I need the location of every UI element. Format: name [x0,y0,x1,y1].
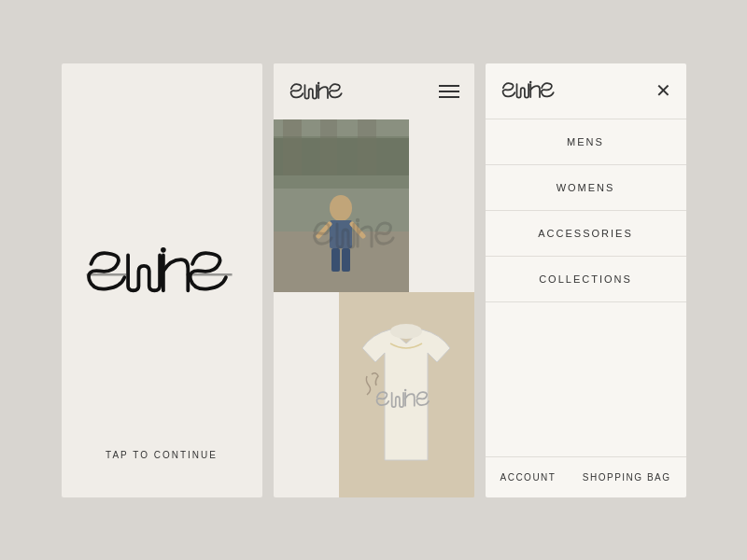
tap-to-continue-label: TAP TO CONTINUE [106,450,218,460]
menu-item-womens[interactable]: WOMENS [486,165,686,211]
tshirt-image[interactable] [339,292,474,497]
svg-point-16 [355,217,359,221]
svg-point-0 [161,246,166,252]
svg-point-20 [529,81,531,84]
svg-rect-6 [283,119,302,175]
svg-point-19 [403,388,405,390]
watermark-logo [311,213,432,268]
splash-logo [82,91,241,450]
hamburger-line-1 [439,85,459,87]
main-screen [274,63,474,497]
tshirt-photo [339,292,474,497]
menu-nav: MENS WOMENS ACCESSORIES COLLECTIONS [486,119,686,456]
menu-item-collections[interactable]: COLLECTIONS [486,257,686,302]
menu-item-mens[interactable]: MENS [486,119,686,165]
shopping-bag-link[interactable]: SHOPPING BAG [583,472,671,483]
menu-item-accessories[interactable]: ACCESSORIES [486,211,686,257]
splash-screen[interactable]: TAP TO CONTINUE [62,63,262,497]
menu-footer: ACCOUNT SHOPPING BAG [486,456,686,497]
menu-header: ✕ [486,63,686,119]
main-header [274,63,474,119]
svg-point-18 [390,324,422,339]
svg-rect-5 [274,138,409,175]
hamburger-line-3 [439,96,459,98]
close-button[interactable]: ✕ [655,81,671,100]
svg-rect-7 [320,119,337,175]
hamburger-button[interactable] [439,85,459,98]
menu-screen: ✕ MENS WOMENS ACCESSORIES COLLECTIONS AC… [486,63,686,497]
svg-rect-8 [358,119,376,175]
hamburger-line-2 [439,91,459,92]
images-grid [274,119,474,497]
account-link[interactable]: ACCOUNT [500,472,557,483]
svg-point-3 [317,81,319,84]
screens-container: TAP TO CONTINUE [43,35,705,525]
